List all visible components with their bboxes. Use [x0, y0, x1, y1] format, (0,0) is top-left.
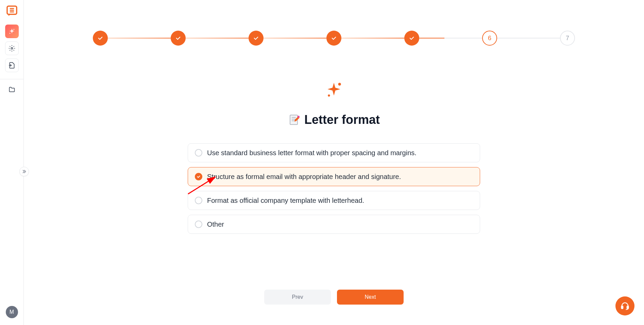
step-line-1: [108, 38, 171, 38]
folder-icon: [9, 86, 15, 93]
user-avatar[interactable]: M: [6, 306, 18, 318]
letter-document-icon: [288, 114, 300, 126]
svg-point-3: [11, 48, 13, 49]
step-line-4: [341, 38, 404, 38]
step-7[interactable]: 7: [560, 31, 575, 46]
check-icon: [409, 35, 415, 41]
sidebar-divider: [0, 79, 23, 79]
logo-e-icon: [6, 5, 18, 17]
step-line-3: [264, 38, 326, 38]
sidebar-item-document[interactable]: [5, 59, 19, 72]
headset-icon: [620, 301, 630, 311]
sidebar-item-sparkle[interactable]: [5, 25, 19, 38]
sparkle-icon: [9, 28, 15, 35]
step-line-2: [186, 38, 249, 38]
check-icon: [197, 175, 201, 179]
avatar-letter: M: [10, 309, 14, 315]
option-label: Use standard business letter format with…: [207, 149, 417, 157]
sidebar: M: [0, 0, 24, 325]
nav-buttons: Prev Next: [264, 290, 404, 305]
help-button[interactable]: [615, 296, 634, 315]
option-label: Other: [207, 221, 224, 228]
next-button[interactable]: Next: [337, 290, 404, 305]
option-other[interactable]: Other: [188, 215, 480, 234]
check-icon: [253, 35, 259, 41]
svg-point-5: [328, 95, 330, 97]
step-line-6: [497, 38, 560, 38]
app-logo[interactable]: [5, 4, 19, 18]
sidebar-item-settings[interactable]: [5, 42, 19, 55]
svg-point-4: [338, 83, 341, 85]
progress-stepper: 6 7: [93, 31, 575, 46]
option-formal-email[interactable]: Structure as formal email with appropria…: [188, 167, 480, 186]
page-title-row: Letter format: [288, 113, 380, 127]
svg-rect-13: [622, 306, 623, 309]
option-company-template[interactable]: Format as official company template with…: [188, 191, 480, 210]
step-4[interactable]: [326, 31, 341, 46]
step-3[interactable]: [249, 31, 264, 46]
main-content: 6 7 Letter format Use standard business …: [24, 0, 644, 325]
step-number: 7: [566, 35, 569, 42]
option-standard-business[interactable]: Use standard business letter format with…: [188, 143, 480, 162]
page-title: Letter format: [304, 113, 380, 127]
option-label: Structure as formal email with appropria…: [207, 173, 401, 181]
step-line-5: [419, 38, 482, 38]
step-5[interactable]: [404, 31, 419, 46]
radio-icon: [195, 149, 202, 157]
chevron-right-double-icon: [22, 169, 27, 174]
option-label: Format as official company template with…: [207, 197, 364, 205]
sidebar-expand-toggle[interactable]: [19, 167, 29, 176]
document-icon: [9, 62, 15, 69]
sidebar-item-folder[interactable]: [5, 83, 19, 96]
radio-icon: [195, 197, 202, 204]
page-sparkle-icon: [325, 81, 342, 100]
options-list: Use standard business letter format with…: [188, 143, 480, 234]
check-icon: [97, 35, 103, 41]
step-1[interactable]: [93, 31, 108, 46]
radio-icon-selected: [195, 173, 202, 180]
step-6[interactable]: 6: [482, 31, 497, 46]
prev-button[interactable]: Prev: [264, 290, 331, 305]
svg-point-10: [298, 116, 300, 118]
step-2[interactable]: [171, 31, 186, 46]
check-icon: [331, 35, 337, 41]
step-number: 6: [488, 35, 491, 42]
check-icon: [175, 35, 181, 41]
radio-icon: [195, 221, 202, 228]
svg-point-1: [13, 29, 14, 30]
settings-icon: [9, 45, 15, 52]
svg-point-2: [9, 33, 10, 34]
